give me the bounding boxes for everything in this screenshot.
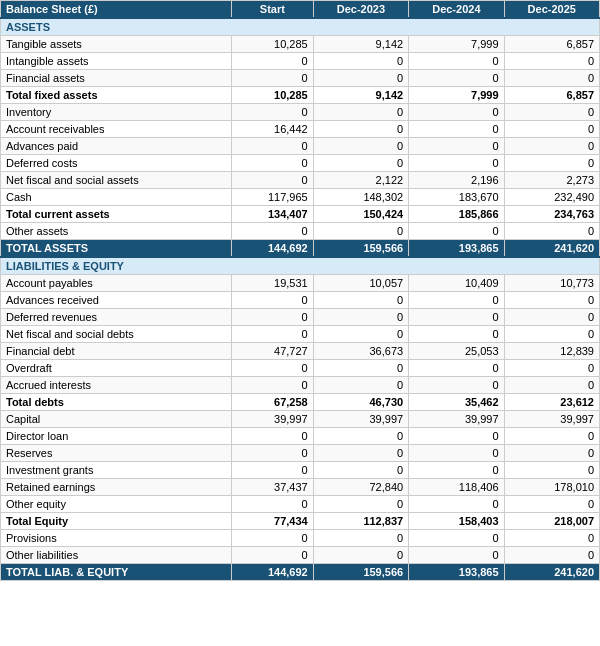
row-label-total-assets: TOTAL ASSETS <box>1 240 232 258</box>
row-label-reserves: Reserves <box>1 445 232 462</box>
row-value-capital-0: 39,997 <box>232 411 314 428</box>
row-label-financial-debt: Financial debt <box>1 343 232 360</box>
row-value-total-current-assets-2: 185,866 <box>409 206 504 223</box>
row-value-total-liab-equity-1: 159,566 <box>313 564 408 581</box>
row-value-total-fixed-assets-1: 9,142 <box>313 87 408 104</box>
table-row-retained-earnings: Retained earnings37,43772,840118,406178,… <box>1 479 600 496</box>
row-value-intangible-assets-0: 0 <box>232 53 314 70</box>
row-value-financial-assets-3: 0 <box>504 70 599 87</box>
row-value-total-liab-equity-3: 241,620 <box>504 564 599 581</box>
row-value-total-fixed-assets-3: 6,857 <box>504 87 599 104</box>
table-row-net-fiscal-social-assets: Net fiscal and social assets02,1222,1962… <box>1 172 600 189</box>
row-value-tangible-assets-2: 7,999 <box>409 36 504 53</box>
row-value-tangible-assets-3: 6,857 <box>504 36 599 53</box>
row-value-total-equity-1: 112,837 <box>313 513 408 530</box>
table-row-inventory: Inventory0000 <box>1 104 600 121</box>
row-value-deferred-revenues-3: 0 <box>504 309 599 326</box>
row-value-total-debts-0: 67,258 <box>232 394 314 411</box>
row-value-advances-received-3: 0 <box>504 292 599 309</box>
row-label-intangible-assets: Intangible assets <box>1 53 232 70</box>
row-label-total-fixed-assets: Total fixed assets <box>1 87 232 104</box>
table-row-tangible-assets: Tangible assets10,2859,1427,9996,857 <box>1 36 600 53</box>
row-value-advances-paid-3: 0 <box>504 138 599 155</box>
row-value-tangible-assets-0: 10,285 <box>232 36 314 53</box>
row-value-net-fiscal-social-assets-1: 2,122 <box>313 172 408 189</box>
col-start: Start <box>232 1 314 19</box>
table-row-account-payables: Account payables19,53110,05710,40910,773 <box>1 275 600 292</box>
row-label-total-equity: Total Equity <box>1 513 232 530</box>
row-value-capital-3: 39,997 <box>504 411 599 428</box>
row-value-account-receivables-0: 16,442 <box>232 121 314 138</box>
row-value-cash-2: 183,670 <box>409 189 504 206</box>
row-label-cash: Cash <box>1 189 232 206</box>
row-value-inventory-2: 0 <box>409 104 504 121</box>
row-value-deferred-costs-3: 0 <box>504 155 599 172</box>
row-value-financial-debt-2: 25,053 <box>409 343 504 360</box>
row-value-total-equity-2: 158,403 <box>409 513 504 530</box>
row-value-other-liabilities-1: 0 <box>313 547 408 564</box>
table-row-financial-debt: Financial debt47,72736,67325,05312,839 <box>1 343 600 360</box>
row-value-reserves-0: 0 <box>232 445 314 462</box>
row-value-net-fiscal-social-debts-0: 0 <box>232 326 314 343</box>
row-value-other-liabilities-0: 0 <box>232 547 314 564</box>
row-label-other-liabilities: Other liabilities <box>1 547 232 564</box>
row-value-advances-received-1: 0 <box>313 292 408 309</box>
row-value-financial-debt-0: 47,727 <box>232 343 314 360</box>
row-label-accrued-interests: Accrued interests <box>1 377 232 394</box>
row-label-retained-earnings: Retained earnings <box>1 479 232 496</box>
row-value-total-liab-equity-2: 193,865 <box>409 564 504 581</box>
table-row-advances-received: Advances received0000 <box>1 292 600 309</box>
row-value-net-fiscal-social-assets-2: 2,196 <box>409 172 504 189</box>
row-value-other-liabilities-3: 0 <box>504 547 599 564</box>
row-value-deferred-costs-2: 0 <box>409 155 504 172</box>
row-label-deferred-costs: Deferred costs <box>1 155 232 172</box>
row-value-retained-earnings-1: 72,840 <box>313 479 408 496</box>
row-value-provisions-3: 0 <box>504 530 599 547</box>
section-label-liabilities-equity-header: LIABILITIES & EQUITY <box>1 257 600 275</box>
row-value-retained-earnings-0: 37,437 <box>232 479 314 496</box>
row-value-overdraft-1: 0 <box>313 360 408 377</box>
table-row-other-equity: Other equity0000 <box>1 496 600 513</box>
table-row-net-fiscal-social-debts: Net fiscal and social debts0000 <box>1 326 600 343</box>
row-value-total-equity-3: 218,007 <box>504 513 599 530</box>
table-row-cash: Cash117,965148,302183,670232,490 <box>1 189 600 206</box>
row-value-financial-debt-1: 36,673 <box>313 343 408 360</box>
row-value-director-loan-1: 0 <box>313 428 408 445</box>
row-value-deferred-costs-1: 0 <box>313 155 408 172</box>
row-value-overdraft-3: 0 <box>504 360 599 377</box>
row-value-other-assets-3: 0 <box>504 223 599 240</box>
row-value-financial-assets-2: 0 <box>409 70 504 87</box>
row-label-inventory: Inventory <box>1 104 232 121</box>
row-value-advances-paid-2: 0 <box>409 138 504 155</box>
table-row-liabilities-equity-header: LIABILITIES & EQUITY <box>1 257 600 275</box>
table-row-total-current-assets: Total current assets134,407150,424185,86… <box>1 206 600 223</box>
row-value-provisions-0: 0 <box>232 530 314 547</box>
table-row-director-loan: Director loan0000 <box>1 428 600 445</box>
row-value-cash-3: 232,490 <box>504 189 599 206</box>
row-label-provisions: Provisions <box>1 530 232 547</box>
table-row-other-liabilities: Other liabilities0000 <box>1 547 600 564</box>
row-value-overdraft-2: 0 <box>409 360 504 377</box>
row-value-director-loan-3: 0 <box>504 428 599 445</box>
row-label-other-equity: Other equity <box>1 496 232 513</box>
row-value-total-liab-equity-0: 144,692 <box>232 564 314 581</box>
table-row-deferred-costs: Deferred costs0000 <box>1 155 600 172</box>
row-value-inventory-3: 0 <box>504 104 599 121</box>
row-label-other-assets: Other assets <box>1 223 232 240</box>
row-value-advances-paid-0: 0 <box>232 138 314 155</box>
row-label-net-fiscal-social-assets: Net fiscal and social assets <box>1 172 232 189</box>
table-row-total-equity: Total Equity77,434112,837158,403218,007 <box>1 513 600 530</box>
row-value-account-payables-2: 10,409 <box>409 275 504 292</box>
row-value-reserves-1: 0 <box>313 445 408 462</box>
row-value-account-payables-1: 10,057 <box>313 275 408 292</box>
row-value-account-receivables-1: 0 <box>313 121 408 138</box>
row-value-total-assets-2: 193,865 <box>409 240 504 258</box>
row-value-investment-grants-0: 0 <box>232 462 314 479</box>
row-value-total-fixed-assets-2: 7,999 <box>409 87 504 104</box>
row-value-net-fiscal-social-assets-3: 2,273 <box>504 172 599 189</box>
row-value-retained-earnings-3: 178,010 <box>504 479 599 496</box>
row-value-other-equity-3: 0 <box>504 496 599 513</box>
row-value-investment-grants-2: 0 <box>409 462 504 479</box>
table-title: Balance Sheet (£) <box>1 1 232 19</box>
row-label-total-debts: Total debts <box>1 394 232 411</box>
